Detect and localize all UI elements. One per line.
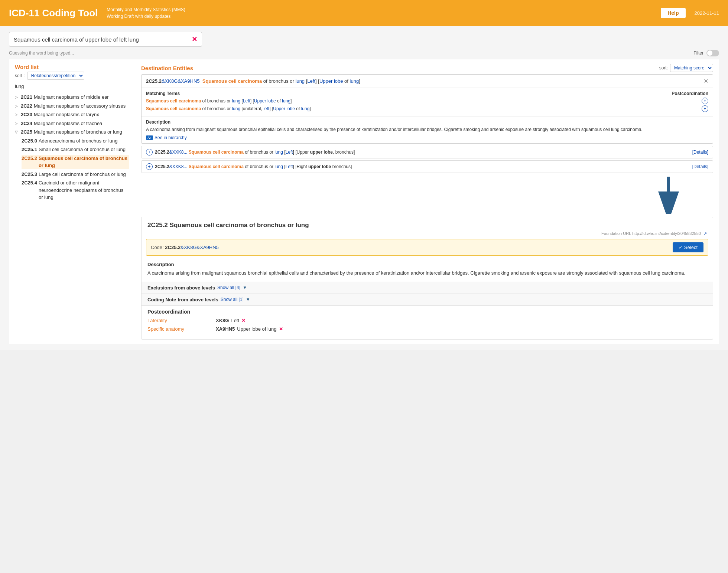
expanded-code-prefix: 2C25.2 xyxy=(146,78,162,84)
details-link-1[interactable]: [Details] xyxy=(692,150,708,155)
detail-panel: 2C25.2 Squamous cell carcinoma of bronch… xyxy=(141,217,713,340)
tree-item-2C25.2[interactable]: 2C25.2 Squamous cell carcinoma of bronch… xyxy=(22,155,129,169)
tree-item-2C25.3[interactable]: 2C25.3 Large cell carcinoma of bronchus … xyxy=(22,171,129,178)
guessing-text: Guessing the word being typed... xyxy=(9,50,74,56)
tree-arrow-2C21: ▷ xyxy=(15,94,19,100)
matching-term-row-1: Squamous cell carcinoma of bronchus or l… xyxy=(146,98,708,104)
expanded-result-code: 2C25.2&XK8G&XA9HN5 Squamous cell carcino… xyxy=(146,78,360,84)
postcoordination-label: Postcoordination xyxy=(672,91,708,96)
exclusion-bar: Exclusions from above levels Show all [4… xyxy=(142,282,713,294)
two-col-layout: Word list sort : Relatedness/repetition … xyxy=(9,59,719,344)
close-expanded-button[interactable]: ✕ xyxy=(703,78,708,85)
guessing-text-row: Guessing the word being typed... Filter xyxy=(9,50,719,56)
add-collapsed-2-button[interactable]: + xyxy=(146,163,153,170)
tree-arrow-2C23: ▷ xyxy=(15,112,19,117)
laterality-code: XK8G xyxy=(216,318,229,323)
postcoordination-title: Postcoordination xyxy=(147,309,707,315)
select-button[interactable]: ✓ Select xyxy=(673,242,703,252)
anatomy-value: Upper lobe of lung xyxy=(237,326,276,332)
postcoord-key-anatomy: Specific anatomy xyxy=(147,326,207,332)
tree-arrow-2C25: ▽ xyxy=(15,129,19,135)
expanded-code-extra: &XK8G&XA9HN5 xyxy=(162,78,200,84)
arrow-annotation xyxy=(141,177,713,214)
tree-item-2C21[interactable]: ▷ 2C21 Malignant neoplasms of middle ear xyxy=(15,94,129,101)
postcoord-val-anatomy: XA9HN5 Upper lobe of lung ✕ xyxy=(216,326,283,332)
details-link-2[interactable]: [Details] xyxy=(692,164,708,169)
code-bar: Code: 2C25.2&XK8G&XA9HN5 ✓ Select xyxy=(146,239,708,256)
tree-code-2C25: 2C25 xyxy=(21,128,32,136)
search-input[interactable] xyxy=(14,36,189,43)
down-arrow-svg xyxy=(654,177,683,214)
tree-arrow-2C24: ▷ xyxy=(15,121,19,126)
tree-label-2C22: Malignant neoplasms of accessory sinuses xyxy=(34,102,126,110)
add-collapsed-1-button[interactable]: + xyxy=(146,149,153,155)
tree-code-2C23: 2C23 xyxy=(21,111,32,118)
tree-item-2C24[interactable]: ▷ 2C24 Malignant neoplasms of trachea xyxy=(15,120,129,127)
tree-code-2C24: 2C24 xyxy=(21,120,32,127)
tree-item-2C25.0[interactable]: 2C25.0 Adenocarcinoma of bronchus or lun… xyxy=(22,137,129,145)
postcoord-val-laterality: XK8G Left ✕ xyxy=(216,318,246,323)
header-right: Help 2022-11-11 xyxy=(661,8,719,18)
exclusion-label: Exclusions from above levels xyxy=(147,285,215,291)
hierarchy-icon: A↑ xyxy=(146,135,153,140)
postcoord-row-laterality: Laterality XK8G Left ✕ xyxy=(147,318,707,323)
tree-label-2C25.0: Adenocarcinoma of bronchus or lung xyxy=(39,137,117,145)
uri-label: Foundation URI: http://id.who.int/icd/en… xyxy=(601,231,701,236)
matching-term-row-2: Squamous cell carcinoma of bronchus or l… xyxy=(146,105,708,112)
exclusion-show-all-link[interactable]: Show all [4] xyxy=(217,285,240,290)
add-term-1-button[interactable]: + xyxy=(702,98,708,104)
tree-code-2C25.1: 2C25.1 xyxy=(22,146,37,153)
tree-section: ▷ 2C21 Malignant neoplasms of middle ear… xyxy=(15,94,129,201)
expanded-result-card-header: 2C25.2&XK8G&XA9HN5 Squamous cell carcino… xyxy=(142,75,713,88)
left-panel: Word list sort : Relatedness/repetition … xyxy=(9,59,135,344)
collapsed-result-row-1: + 2C25.2&XXK8... Squamous cell carcinoma… xyxy=(141,146,713,158)
detail-description-section: Description A carcinoma arising from mal… xyxy=(142,260,713,282)
sort-label: sort : xyxy=(15,73,25,78)
matching-term-1: Squamous cell carcinoma of bronchus or l… xyxy=(146,98,292,104)
coding-note-show-all-link[interactable]: Show all [1] xyxy=(221,297,244,302)
right-panel: Destination Entities sort: Matching scor… xyxy=(135,59,719,344)
tree-item-2C25[interactable]: ▽ 2C25 Malignant neoplasms of bronchus o… xyxy=(15,128,129,136)
tree-item-2C22[interactable]: ▷ 2C22 Malignant neoplasms of accessory … xyxy=(15,102,129,110)
help-button[interactable]: Help xyxy=(661,8,685,18)
laterality-remove-button[interactable]: ✕ xyxy=(241,318,246,323)
anatomy-remove-button[interactable]: ✕ xyxy=(279,326,283,332)
detail-description-text: A carcinoma arising from malignant squam… xyxy=(147,269,707,277)
dest-sort-row: sort: Matching score xyxy=(659,64,713,72)
description-label: Description xyxy=(146,119,708,125)
see-hierarchy-link[interactable]: A↑ See in hierarchy xyxy=(146,135,187,140)
destination-entities-title: Destination Entities xyxy=(141,65,659,71)
detail-uri: Foundation URI: http://id.who.int/icd/en… xyxy=(142,230,713,239)
matching-terms-label: Matching Terms xyxy=(146,91,180,96)
app-title: ICD-11 Coding Tool xyxy=(9,7,98,19)
tree-label-2C25: Malignant neoplasms of bronchus or lung xyxy=(34,128,122,136)
word-item[interactable]: lung xyxy=(15,84,129,89)
detail-code-main: 2C25.2 xyxy=(165,245,181,250)
tree-item-2C25.1[interactable]: 2C25.1 Small cell carcinoma of bronchus … xyxy=(22,146,129,153)
word-list-sort-select[interactable]: Relatedness/repetition xyxy=(27,72,84,80)
search-input-wrap: ✕ xyxy=(9,32,202,47)
dest-sort-select[interactable]: Matching score xyxy=(670,64,713,72)
tree-item-2C23[interactable]: ▷ 2C23 Malignant neoplasms of larynx xyxy=(15,111,129,118)
tree-label-2C25.4: Carcinoid or other malignant neuroendocr… xyxy=(39,179,129,201)
tree-label-2C24: Malignant neoplasms of trachea xyxy=(34,120,102,127)
word-list-title: Word list xyxy=(15,64,129,70)
expanded-result-card: 2C25.2&XK8G&XA9HN5 Squamous cell carcino… xyxy=(141,74,713,144)
tree-children-2C25: 2C25.0 Adenocarcinoma of bronchus or lun… xyxy=(15,137,129,201)
tree-arrow-2C22: ▷ xyxy=(15,103,19,109)
clear-search-button[interactable]: ✕ xyxy=(192,35,197,43)
postcoord-row-anatomy: Specific anatomy XA9HN5 Upper lobe of lu… xyxy=(147,326,707,332)
expanded-description-section: Description A carcinoma arising from mal… xyxy=(142,117,713,143)
tree-code-2C25.4: 2C25.4 xyxy=(22,179,37,187)
filter-toggle[interactable] xyxy=(706,50,719,56)
add-term-2-button[interactable]: + xyxy=(702,105,708,112)
dest-sort-label: sort: xyxy=(659,65,668,71)
uri-link-icon[interactable]: ↗ xyxy=(703,231,707,236)
search-bar-row: ✕ xyxy=(9,32,719,47)
tree-item-2C25.4[interactable]: 2C25.4 Carcinoid or other malignant neur… xyxy=(22,179,129,201)
tree-label-2C21: Malignant neoplasms of middle ear xyxy=(34,94,109,101)
filter-label: Filter xyxy=(693,50,703,56)
detail-title: 2C25.2 Squamous cell carcinoma of bronch… xyxy=(142,217,713,230)
postcoordination-section: Postcoordination Laterality XK8G Left ✕ … xyxy=(142,305,713,339)
header: ICD-11 Coding Tool Mortality and Morbidi… xyxy=(0,0,728,26)
